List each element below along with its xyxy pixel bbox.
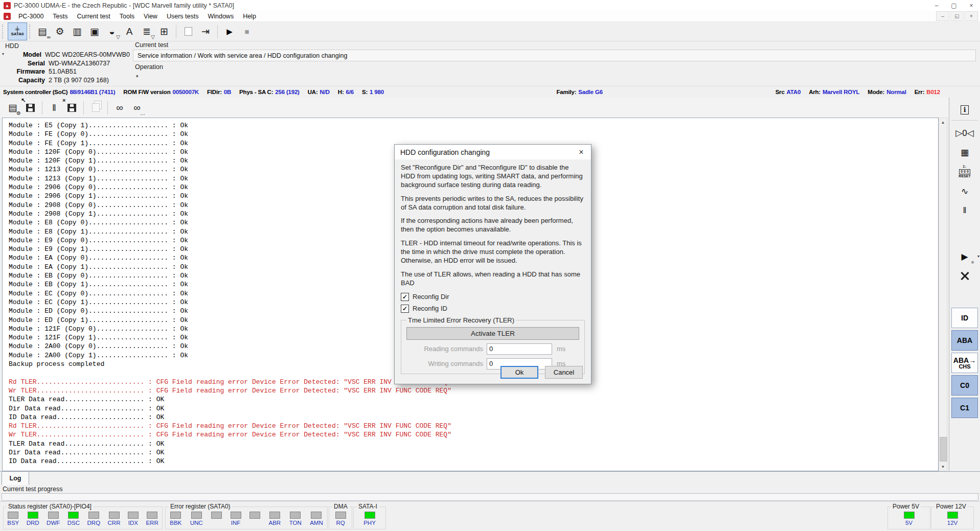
led-label: 5V (905, 520, 913, 526)
maximize-button[interactable]: ▢ (945, 0, 963, 11)
scroll-up-icon[interactable]: ▲ (939, 118, 947, 126)
kernel-tests-icon[interactable]: A (122, 25, 137, 39)
pcb-icon[interactable]: ▦ (954, 145, 975, 159)
menu-item-pc-3000[interactable]: PC-3000 (14, 13, 48, 20)
led-indicator (211, 512, 222, 519)
stop-test-icon[interactable]: ■ (239, 25, 255, 39)
reading-commands-input[interactable] (487, 343, 552, 355)
start-test-icon[interactable]: ▶ (222, 25, 237, 39)
status-system-controller-soc: System controller (SoC)88i9146B1 (7411) (3, 89, 115, 95)
c1-button-label: C1 (960, 404, 969, 411)
menu-item-users-tests[interactable]: Users tests (162, 13, 203, 20)
pause-icon[interactable]: ‖ (954, 203, 975, 218)
reset-icon-glyph: 1↓0 0 0RESET (959, 165, 970, 179)
scroll-down-icon[interactable]: ▼ (939, 463, 947, 471)
aba-chs-button[interactable]: ABA→CHS (951, 353, 978, 373)
find-next-glyph: ∞ (133, 102, 141, 113)
report-find-glyph: ▤ (38, 26, 47, 37)
drive-status-line: System controller (SoC)88i9146B1 (7411)R… (0, 86, 980, 98)
aba-button[interactable]: ABA (951, 330, 978, 351)
power-switch-icon[interactable]: ∿ (954, 184, 975, 198)
log-line: Rd TLER........................... : CFG… (9, 422, 938, 430)
led-label: DRD (27, 520, 39, 526)
start-script-icon[interactable]: ▶≡▾ (954, 249, 975, 264)
log-settings-icon[interactable]: ▤⚙ (5, 101, 20, 115)
sata0-port-button[interactable]: ╪ SATA0 (8, 22, 27, 40)
cancel-button[interactable]: Cancel (545, 366, 583, 379)
status-s-label: S: (362, 89, 368, 95)
reset-label-text: RESET (959, 174, 970, 179)
status-family-value: Sadle G6 (578, 89, 603, 95)
c0-button[interactable]: C0 (951, 375, 978, 396)
tab-log[interactable]: Log (2, 472, 29, 485)
dialog-close-icon[interactable]: × (572, 145, 591, 159)
mdi-restore-button[interactable]: ◱ (950, 11, 964, 21)
led-row: 5V (888, 512, 930, 526)
checkbox-reconfig-dir[interactable]: ✓ (401, 293, 409, 301)
log-scrollbar[interactable]: ▲ ▼ (939, 118, 947, 471)
status-system-controller-soc-value: 88i9146B1 (7411) (70, 89, 115, 95)
dialog-checkboxes: ✓Reconfig Dir✓Reconfig ID (401, 293, 585, 313)
log-line: Dir Data read..................... : OK (9, 448, 938, 457)
dialog-title-bar[interactable]: HDD configuration changing × (395, 145, 591, 159)
minimize-button[interactable]: – (928, 0, 945, 11)
track-zero-icon[interactable]: ▷0◁ (954, 126, 975, 140)
led-label: BSY (7, 520, 19, 526)
utility-settings-icon[interactable]: ⚙ (52, 25, 67, 39)
collapse-arrow-icon[interactable]: ▾ (2, 52, 4, 56)
mdi-minimize-button[interactable]: – (936, 11, 949, 21)
menu-item-tools[interactable]: Tools (115, 13, 139, 20)
close-button[interactable]: × (963, 0, 980, 11)
chip-icon[interactable]: ▥ (70, 25, 85, 39)
database-export-glyph: ◒ (109, 26, 115, 37)
id-button[interactable]: ID (951, 308, 978, 328)
led-cell-drd: DRD (27, 512, 39, 526)
mdi-window-controls: –◱× (935, 11, 978, 21)
firmware-info-icon[interactable]: ℹ (954, 103, 975, 117)
ok-button[interactable]: Ok (500, 366, 538, 379)
report-find-icon[interactable]: ▤∞ (35, 25, 50, 39)
test-info-panel: Current test Service information / Work … (132, 41, 977, 84)
status-arh-label: Arh: (809, 89, 821, 95)
copy-log-icon[interactable] (88, 101, 103, 115)
start-script-icon-caret[interactable]: ▾ (977, 254, 979, 259)
aba-button-label: ABA (957, 337, 972, 344)
menu-item-help[interactable]: Help (238, 13, 261, 20)
menu-item-current-test[interactable]: Current test (73, 13, 115, 20)
operation-dropdown-icon[interactable]: ▾ (136, 74, 977, 79)
find-icon[interactable]: ∞ (112, 101, 127, 115)
mdi-close-button[interactable]: × (965, 11, 978, 21)
c1-button[interactable]: C1 (951, 398, 978, 418)
menu-item-view[interactable]: View (139, 13, 162, 20)
database-export-icon[interactable]: ◒▽ (104, 25, 120, 39)
pause-log-icon[interactable]: ‖ (47, 101, 62, 115)
save-log-icon[interactable]: ↖ (22, 101, 38, 115)
checkbox-reconfig-id[interactable]: ✓ (401, 305, 409, 313)
reset-icon[interactable]: 1↓0 0 0RESET (954, 165, 975, 179)
menu-bar: ▲ PC-3000TestsCurrent testToolsViewUsers… (0, 11, 980, 22)
resources-icon[interactable]: ▣ (87, 25, 102, 39)
resources-glyph: ▣ (90, 26, 99, 37)
find-next-icon[interactable]: ∞… (129, 101, 145, 115)
menu-item-windows[interactable]: Windows (203, 13, 238, 20)
copy-pages-icon[interactable] (180, 25, 196, 39)
sector-view-icon[interactable]: ⊞ (156, 25, 172, 39)
led-cell-5v: 5V (904, 512, 915, 526)
log-line: TLER Data read.................... : OK (9, 395, 938, 404)
tools-icon[interactable] (954, 269, 975, 283)
sata0-port-label: SATA0 (11, 32, 24, 36)
led-indicator-ton (290, 512, 301, 519)
clear-log-icon[interactable]: × (64, 101, 79, 115)
status-err-value: B012 (926, 89, 940, 95)
firmware-info-icon-glyph: ℹ (961, 105, 969, 114)
hdd-surface-icon-sub: ▽ (151, 34, 155, 40)
activate-tler-button[interactable]: Activate TLER (406, 327, 579, 340)
scrollbar-thumb[interactable] (940, 437, 947, 461)
dialog-paragraph: This prevents periodic writes to the SA,… (401, 195, 585, 212)
hdd-surface-icon[interactable]: ≣▽ (139, 25, 154, 39)
status-h-value: 6/6 (346, 89, 354, 95)
exit-icon[interactable]: ⇥ (198, 25, 213, 39)
menu-item-tests[interactable]: Tests (48, 13, 72, 20)
checkbox-row-reconfig-dir: ✓Reconfig Dir (401, 293, 585, 301)
hdd-info-panel: HDD ▾ ModelWDC WD20EARS-00MVWB0SerialWD-… (1, 41, 130, 84)
